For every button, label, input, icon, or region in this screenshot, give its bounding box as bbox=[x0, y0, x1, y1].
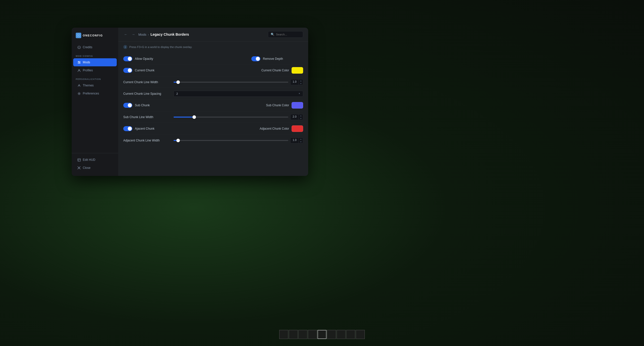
setting-left-current-chunk: Current Chunk bbox=[123, 68, 213, 73]
close-icon bbox=[77, 166, 81, 170]
slider-track-sub-chunk-line-width[interactable] bbox=[174, 117, 288, 118]
color-swatch-sub-chunk[interactable] bbox=[292, 102, 303, 109]
info-text: Press F3+G in a world to display the chu… bbox=[129, 45, 192, 48]
slider-thumb-current-chunk-line-width[interactable] bbox=[176, 80, 180, 84]
hotbar bbox=[279, 330, 365, 339]
setting-left-allow-opacity: Allow Opacity bbox=[123, 56, 213, 61]
number-arrows-current-chunk-line-width: ▲ ▼ bbox=[299, 79, 303, 85]
num-arrow-down-adjacent-chunk-line-width[interactable]: ▼ bbox=[299, 140, 303, 143]
hotbar-slot-2[interactable] bbox=[289, 330, 298, 339]
num-arrow-down-sub-chunk-line-width[interactable]: ▼ bbox=[299, 117, 303, 120]
num-arrow-down-current-chunk-line-width[interactable]: ▼ bbox=[299, 82, 303, 85]
svg-text:©: © bbox=[78, 46, 80, 49]
hotbar-slot-4[interactable] bbox=[308, 330, 317, 339]
svg-rect-6 bbox=[78, 63, 80, 64]
number-val-sub-chunk-line-width: 2.0 bbox=[291, 114, 299, 120]
mod-config-section-label: MOD CONFIG bbox=[72, 51, 118, 58]
label-remove-depth: Remove Depth bbox=[263, 57, 303, 61]
logo: ONECONFIG bbox=[72, 32, 118, 43]
num-arrow-up-current-chunk-line-width[interactable]: ▲ bbox=[299, 79, 303, 82]
header: ← → Mods › Legacy Chunk Borders 🔍 bbox=[118, 28, 308, 41]
dropdown-arrow-icon: ▼ bbox=[298, 92, 300, 95]
slider-current-chunk-line-width: 1.0 ▲ ▼ bbox=[174, 79, 303, 85]
setting-right-adjacent-chunk-color: Adjacent Chunk Color bbox=[213, 125, 303, 132]
main-panel: ← → Mods › Legacy Chunk Borders 🔍 i Pres… bbox=[118, 28, 308, 176]
back-button[interactable]: ← bbox=[123, 32, 128, 37]
hotbar-slot-7[interactable] bbox=[337, 330, 346, 339]
forward-button[interactable]: → bbox=[131, 32, 136, 37]
toggle-sub-chunk[interactable] bbox=[123, 103, 132, 108]
sidebar-item-themes[interactable]: Themes bbox=[73, 81, 117, 89]
breadcrumb-parent: Mods bbox=[138, 33, 146, 36]
slider-thumb-adjacent-chunk-line-width[interactable] bbox=[176, 139, 180, 142]
number-box-current-chunk-line-width: 1.0 ▲ ▼ bbox=[290, 79, 303, 85]
slider-sub-chunk-line-width: 2.0 ▲ ▼ bbox=[174, 114, 303, 120]
search-icon: 🔍 bbox=[271, 33, 274, 36]
setting-right-sub-chunk-color: Sub Chunk Color bbox=[213, 102, 303, 109]
setting-row-current-chunk-line-spacing: Current Chunk Line Spacing 2 ▼ bbox=[123, 88, 303, 100]
setting-row-sub-chunk-line-width: Sub Chunk Line Width 2.0 ▲ ▼ bbox=[123, 111, 303, 123]
svg-rect-4 bbox=[78, 61, 80, 62]
search-box[interactable]: 🔍 bbox=[268, 31, 303, 38]
breadcrumb-separator: › bbox=[148, 33, 149, 36]
slider-track-current-chunk-line-width[interactable] bbox=[174, 82, 288, 83]
credits-icon: © bbox=[77, 45, 81, 49]
svg-rect-8 bbox=[79, 62, 80, 63]
svg-point-1 bbox=[78, 35, 79, 36]
sidebar-item-close[interactable]: Close bbox=[73, 164, 117, 172]
label-allow-opacity: Allow Opacity bbox=[135, 57, 175, 61]
hotbar-slot-6[interactable] bbox=[327, 330, 336, 339]
number-arrows-sub-chunk-line-width: ▲ ▼ bbox=[299, 114, 303, 120]
slider-thumb-sub-chunk-line-width[interactable] bbox=[192, 115, 196, 119]
sidebar-item-preferences[interactable]: Preferences bbox=[73, 89, 117, 97]
info-icon: i bbox=[123, 45, 127, 49]
setting-left-sub-chunk: Sub Chunk bbox=[123, 103, 213, 108]
mods-icon bbox=[77, 61, 81, 64]
profiles-icon bbox=[77, 69, 81, 72]
setting-row-sub-chunk: Sub Chunk Sub Chunk Color bbox=[123, 100, 303, 111]
svg-rect-7 bbox=[78, 61, 79, 62]
hotbar-slot-8[interactable] bbox=[346, 330, 355, 339]
personalization-section-label: PERSONALIZATION bbox=[72, 74, 118, 81]
slider-track-adjacent-chunk-line-width[interactable] bbox=[174, 140, 288, 141]
search-input[interactable] bbox=[276, 33, 300, 36]
breadcrumb-current: Legacy Chunk Borders bbox=[150, 32, 189, 36]
setting-left-ajacent-chunk: Ajacent Chunk bbox=[123, 126, 213, 131]
setting-row-allow-opacity: Allow Opacity Remove Depth bbox=[123, 53, 303, 65]
hotbar-slot-9[interactable] bbox=[356, 330, 365, 339]
setting-row-current-chunk-line-width: Current Chunk Line Width 1.0 ▲ ▼ bbox=[123, 76, 303, 88]
color-swatch-current-chunk[interactable] bbox=[292, 67, 303, 74]
number-val-adjacent-chunk-line-width: 1.0 bbox=[291, 138, 299, 143]
sidebar: ONECONFIG © Credits MOD CONFIG bbox=[72, 28, 118, 176]
sidebar-item-edit-hud[interactable]: Edit HUD bbox=[73, 156, 117, 164]
logo-text: ONECONFIG bbox=[83, 34, 103, 37]
num-arrow-up-sub-chunk-line-width[interactable]: ▲ bbox=[299, 114, 303, 117]
close-label: Close bbox=[83, 166, 91, 170]
hotbar-slot-5[interactable] bbox=[317, 330, 327, 339]
hotbar-slot-1[interactable] bbox=[279, 330, 288, 339]
num-arrow-up-adjacent-chunk-line-width[interactable]: ▲ bbox=[299, 138, 303, 140]
number-box-sub-chunk-line-width: 2.0 ▲ ▼ bbox=[290, 114, 303, 120]
sidebar-item-profiles[interactable]: Profiles bbox=[73, 66, 117, 74]
label-sub-chunk-line-width: Sub Chunk Line Width bbox=[123, 115, 174, 119]
toggle-allow-opacity[interactable] bbox=[123, 56, 132, 61]
sidebar-item-mods[interactable]: Mods bbox=[73, 58, 117, 66]
toggle-current-chunk[interactable] bbox=[123, 68, 132, 73]
mods-label: Mods bbox=[83, 61, 90, 64]
svg-point-9 bbox=[78, 69, 80, 71]
dropdown-current-chunk-line-spacing[interactable]: 2 ▼ bbox=[174, 91, 303, 97]
sidebar-item-credits[interactable]: © Credits bbox=[73, 43, 117, 51]
color-swatch-adjacent-chunk[interactable] bbox=[292, 125, 303, 132]
toggle-remove-depth[interactable] bbox=[251, 56, 260, 61]
setting-row-current-chunk: Current Chunk Current Chunk Color bbox=[123, 65, 303, 76]
hotbar-slot-3[interactable] bbox=[298, 330, 307, 339]
info-bar: i Press F3+G in a world to display the c… bbox=[123, 45, 303, 49]
label-ajacent-chunk: Ajacent Chunk bbox=[135, 127, 175, 130]
svg-rect-12 bbox=[78, 159, 80, 161]
label-current-chunk-line-spacing: Current Chunk Line Spacing bbox=[123, 92, 174, 95]
label-current-chunk: Current Chunk bbox=[135, 69, 175, 72]
label-sub-chunk: Sub Chunk bbox=[135, 104, 175, 107]
toggle-ajacent-chunk[interactable] bbox=[123, 126, 132, 131]
themes-label: Themes bbox=[83, 84, 94, 87]
label-current-chunk-line-width: Current Chunk Line Width bbox=[123, 80, 174, 84]
